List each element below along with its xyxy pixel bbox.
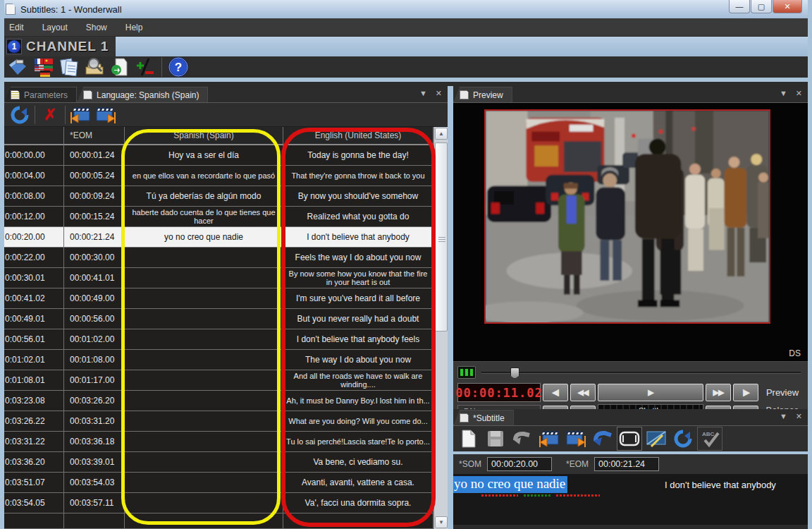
minimize-button[interactable]: — [729, 0, 750, 13]
grab-som-clapper-button[interactable] [536, 427, 562, 451]
grid-cell[interactable]: I don't believe that anybody feels [283, 329, 433, 350]
grid-cell[interactable]: 0:00:41.02 [4, 288, 64, 309]
subtitle-text-editor[interactable]: yo no creo que nadie I don't believe tha… [453, 474, 808, 525]
export-document-icon[interactable] [107, 56, 133, 78]
grid-cell[interactable]: But you never really had a doubt [283, 309, 433, 329]
grid-cell[interactable]: 0:03:36.20 [4, 452, 64, 473]
grid-cell[interactable]: haberte dado cuenta de lo que tienes que… [125, 207, 283, 227]
grid-cell[interactable]: Va bene, ci vediamo su. [283, 452, 433, 473]
subtitle-row[interactable]: 0:03:36.2000:03:39.01Va bene, ci vediamo… [4, 452, 433, 473]
grid-cell[interactable] [125, 268, 283, 288]
grid-cell[interactable] [125, 513, 283, 529]
scroll-up-icon[interactable]: ▲ [435, 128, 448, 140]
subtitle-dropdown-icon[interactable]: ▼ [780, 412, 787, 421]
open-video-folder-icon[interactable] [6, 56, 31, 78]
grid-cell[interactable]: yo no creo que nadie [125, 227, 283, 248]
grid-cell[interactable]: 0:03:26.22 [4, 411, 64, 432]
copy-pages-icon[interactable] [56, 56, 82, 78]
panel-splitter[interactable] [448, 86, 453, 529]
plus-minus-icon[interactable] [133, 56, 158, 78]
grid-cell[interactable]: 0:03:23.08 [4, 391, 64, 411]
grid-scrollbar[interactable]: ▲ ▼ [433, 127, 448, 529]
subtitle-row[interactable]: 0:01:08.0100:01:17.00And all the roads w… [4, 370, 433, 391]
preview-close-icon[interactable]: ✕ [796, 89, 802, 98]
eom-input[interactable]: 00:00:21.24 [594, 457, 659, 471]
grid-cell[interactable]: 00:01:08.00 [64, 350, 125, 370]
grid-cell[interactable] [283, 513, 433, 529]
spellcheck-button[interactable]: ABC [697, 427, 722, 451]
subtitle-row[interactable]: 0:00:20.0000:00:21.24yo no creo que nadi… [4, 227, 433, 248]
grid-cell[interactable] [125, 350, 283, 370]
close-button[interactable]: ✕ [773, 0, 802, 13]
grab-eom-clapper-button[interactable] [563, 427, 589, 451]
refresh-button[interactable] [7, 104, 32, 126]
tab-preview[interactable]: Preview [453, 87, 512, 102]
undo-disabled-button[interactable] [510, 427, 535, 451]
new-subtitle-button[interactable] [456, 427, 481, 451]
preview-dropdown-icon[interactable]: ▼ [780, 89, 787, 98]
panel-close-icon[interactable]: ✕ [436, 89, 442, 98]
grid-cell[interactable]: 0:00:08.00 [4, 186, 64, 207]
grid-cell[interactable]: By now some how you know that the fire i… [283, 268, 433, 288]
menu-layout[interactable]: Layout [33, 18, 77, 36]
grid-cell[interactable]: 0:00:56.01 [4, 329, 64, 350]
subtitle-row[interactable]: 0:00:08.0000:00:09.24Tú ya deberías de a… [4, 186, 433, 207]
grid-cell[interactable] [64, 513, 125, 529]
som-input[interactable]: 00:00:20.00 [487, 457, 552, 471]
grid-cell[interactable]: 00:03:39.01 [64, 452, 125, 473]
grid-cell[interactable] [125, 432, 283, 452]
menu-help[interactable]: Help [116, 18, 152, 36]
subtitle-row[interactable]: 0:00:04.0000:00:05.24en que ellos van a … [4, 166, 433, 186]
subtitle-row[interactable]: 0:03:31.2200:03:36.18Tu lo sai perché!La… [4, 432, 433, 452]
seek-slider-thumb[interactable] [510, 367, 519, 379]
subtitle-row[interactable]: 0:00:56.0100:01:02.00I don't believe tha… [4, 329, 433, 350]
grid-cell[interactable] [125, 391, 283, 411]
grid-cell[interactable]: 0:00:04.00 [4, 166, 64, 186]
grid-cell[interactable] [4, 127, 64, 145]
tab-subtitle[interactable]: *Subtitle [453, 410, 514, 425]
seek-slider[interactable] [481, 367, 801, 377]
subtitle-row[interactable]: 0:03:23.0800:03:26.20Ah, it must be Dann… [4, 391, 433, 411]
subtitle-row[interactable]: 0:00:12.0000:00:15.24haberte dado cuenta… [4, 207, 433, 227]
grid-cell[interactable]: Va', facci una dormita sopra. [283, 493, 433, 513]
undo-blue-button[interactable] [590, 427, 615, 451]
grid-cell[interactable]: By now you should've somehow [283, 186, 433, 207]
grid-cell[interactable]: 00:00:41.01 [64, 268, 125, 288]
show-display-button[interactable] [617, 427, 642, 451]
grid-cell[interactable]: 00:00:15.24 [64, 207, 125, 227]
subtitle-row[interactable]: 0:03:26.2200:03:31.20What are you doing?… [4, 411, 433, 432]
grid-cell[interactable]: That they're gonna throw it back to you [283, 166, 433, 186]
grid-cell[interactable]: And all the roads we have to walk are wi… [283, 370, 433, 391]
edit-display-button[interactable] [644, 427, 669, 451]
subtitle-close-icon[interactable]: ✕ [796, 412, 802, 421]
subtitle-row[interactable]: 0:00:22.0000:00:30.00Feels the way I do … [4, 248, 433, 268]
grid-cell[interactable]: English (United States) [283, 127, 433, 145]
play-button[interactable]: ▶ [598, 384, 703, 401]
step-forward-button[interactable]: |▶ [733, 384, 758, 401]
delete-button[interactable]: ✗ [37, 104, 63, 126]
grid-cell[interactable]: 00:00:49.00 [64, 288, 125, 309]
grid-cell[interactable]: 00:00:05.24 [64, 166, 125, 186]
shift-right-clapper-button[interactable] [93, 104, 118, 126]
grid-cell[interactable]: Feels the way I do about you now [283, 248, 433, 268]
grid-cell[interactable] [125, 452, 283, 473]
fast-forward-button[interactable]: ▶▶ [706, 384, 731, 401]
grid-cell[interactable] [4, 513, 64, 529]
grid-cell[interactable] [125, 288, 283, 309]
grid-cell[interactable]: 00:03:31.20 [64, 411, 125, 432]
subtitle-row[interactable]: 0:00:30.0100:00:41.01By now some how you… [4, 268, 433, 288]
grid-cell[interactable]: 0:00:20.00 [4, 227, 64, 248]
grid-cell[interactable] [125, 309, 283, 329]
grid-cell[interactable]: Avanti, avanti, vattene a casa. [283, 473, 433, 493]
subtitle-row[interactable]: 0:03:51.0700:03:54.03Avanti, avanti, vat… [4, 473, 433, 493]
subtitle-row[interactable] [4, 513, 433, 529]
subtitle-row[interactable]: 0:03:54.0500:03:57.11Va', facci una dorm… [4, 493, 433, 513]
grid-cell[interactable]: Tú ya deberías de algún modo [125, 186, 283, 207]
grid-cell[interactable]: Today is gonna be the day! [283, 145, 433, 166]
grid-cell[interactable]: I'm sure you've heard it all before [283, 288, 433, 309]
scroll-down-icon[interactable]: ▼ [435, 516, 448, 528]
grid-cell[interactable]: 0:03:54.05 [4, 493, 64, 513]
grid-cell[interactable] [125, 493, 283, 513]
grid-cell[interactable] [125, 411, 283, 432]
grid-cell[interactable]: Tu lo sai perché!Lascia stare!Te lo port… [283, 432, 433, 452]
